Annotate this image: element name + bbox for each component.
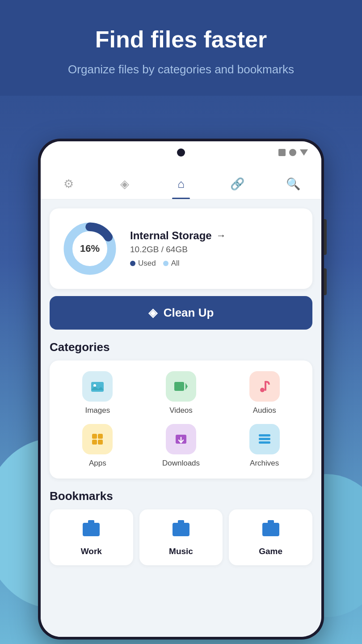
category-icon-archives xyxy=(249,424,280,454)
category-videos[interactable]: Videos xyxy=(144,371,219,415)
nav-item-tags[interactable]: ◈ xyxy=(105,177,145,195)
bookmark-music[interactable]: Music xyxy=(139,509,223,565)
svg-rect-12 xyxy=(98,440,103,445)
categories-title: Categories xyxy=(50,340,312,354)
phone-screen: ⚙ ◈ ⌂ 🔗 🔍 xyxy=(41,141,321,637)
storage-info: Internal Storage → 10.2GB / 64GB Used Al… xyxy=(130,229,301,268)
status-bar xyxy=(41,141,321,164)
legend-dot-used xyxy=(130,261,135,266)
page-subtitle: Organize files by categories and bookmar… xyxy=(18,61,344,77)
bookmarks-section: Bookmarks Work Music xyxy=(50,489,312,565)
category-archives[interactable]: Archives xyxy=(227,424,302,468)
bookmark-icon-work xyxy=(82,520,101,541)
status-icon-circle xyxy=(289,149,296,156)
legend-dot-all xyxy=(163,261,168,266)
category-icon-downloads xyxy=(166,424,196,454)
nav-item-settings[interactable]: ⚙ xyxy=(49,177,89,195)
status-icon-square xyxy=(278,149,286,156)
bookmarks-grid: Work Music Game xyxy=(50,509,312,565)
phone-frame: ⚙ ◈ ⌂ 🔗 🔍 xyxy=(38,139,324,640)
bookmark-label-work: Work xyxy=(81,547,102,556)
bookmark-work[interactable]: Work xyxy=(50,509,133,565)
cleanup-button[interactable]: ◈ Clean Up xyxy=(50,296,312,330)
settings-icon: ⚙ xyxy=(63,177,74,191)
links-icon: 🔗 xyxy=(230,177,244,191)
category-label-archives: Archives xyxy=(250,459,279,468)
category-label-audios: Audios xyxy=(253,406,276,415)
bookmark-label-game: Game xyxy=(259,547,282,556)
category-icon-images xyxy=(82,371,113,402)
svg-rect-11 xyxy=(92,440,97,445)
screen-content: 16% Internal Storage → 10.2GB / 64GB Use… xyxy=(41,199,321,637)
svg-rect-14 xyxy=(259,434,270,436)
categories-section: Categories Images xyxy=(50,340,312,479)
bookmarks-title: Bookmarks xyxy=(50,489,312,503)
category-label-apps: Apps xyxy=(89,459,106,468)
storage-donut-chart: 16% xyxy=(61,220,119,278)
svg-rect-9 xyxy=(92,434,97,439)
category-audios[interactable]: Audios xyxy=(227,371,302,415)
bookmark-game[interactable]: Game xyxy=(229,509,312,565)
svg-rect-3 xyxy=(91,382,104,392)
search-icon: 🔍 xyxy=(286,177,300,191)
home-icon: ⌂ xyxy=(177,177,185,191)
side-button-1 xyxy=(324,219,327,255)
svg-point-7 xyxy=(260,388,265,392)
svg-rect-10 xyxy=(98,434,103,439)
cleanup-label: Clean Up xyxy=(164,306,214,320)
category-apps[interactable]: Apps xyxy=(60,424,135,468)
page-title: Find files faster xyxy=(18,27,344,52)
categories-card: Images Videos Audios xyxy=(50,360,312,479)
storage-card[interactable]: 16% Internal Storage → 10.2GB / 64GB Use… xyxy=(50,208,312,289)
nav-item-home[interactable]: ⌂ xyxy=(161,177,201,195)
bookmark-icon-music xyxy=(172,520,190,541)
status-icon-signal xyxy=(300,149,308,156)
svg-rect-15 xyxy=(259,438,270,440)
status-icons xyxy=(278,149,308,156)
storage-legend: Used All xyxy=(130,259,301,268)
storage-title: Internal Storage → xyxy=(130,229,301,242)
category-icon-apps xyxy=(82,424,113,454)
legend-all: All xyxy=(163,259,180,268)
side-button-2 xyxy=(324,268,327,295)
categories-grid: Images Videos Audios xyxy=(60,371,302,468)
category-icon-audios xyxy=(249,371,280,402)
nav-item-search[interactable]: 🔍 xyxy=(273,177,313,195)
category-icon-videos xyxy=(166,371,196,402)
svg-rect-5 xyxy=(174,382,184,391)
category-images[interactable]: Images xyxy=(60,371,135,415)
svg-rect-16 xyxy=(259,441,270,444)
legend-used: Used xyxy=(130,259,156,268)
bookmark-label-music: Music xyxy=(169,547,193,556)
arrow-icon: → xyxy=(216,230,226,242)
nav-bar: ⚙ ◈ ⌂ 🔗 🔍 xyxy=(41,164,321,199)
bookmark-icon-game xyxy=(261,520,280,541)
category-label-videos: Videos xyxy=(169,406,193,415)
cleanup-icon: ◈ xyxy=(148,306,157,320)
tags-icon: ◈ xyxy=(120,177,129,191)
category-downloads[interactable]: Downloads xyxy=(144,424,219,468)
category-label-downloads: Downloads xyxy=(162,459,200,468)
nav-item-links[interactable]: 🔗 xyxy=(217,177,257,195)
category-label-images: Images xyxy=(85,406,110,415)
camera-dot xyxy=(177,148,185,157)
header-section: Find files faster Organize files by cate… xyxy=(0,0,362,96)
storage-size: 10.2GB / 64GB xyxy=(130,245,301,254)
svg-marker-6 xyxy=(185,383,188,390)
storage-percent-label: 16% xyxy=(80,243,100,254)
